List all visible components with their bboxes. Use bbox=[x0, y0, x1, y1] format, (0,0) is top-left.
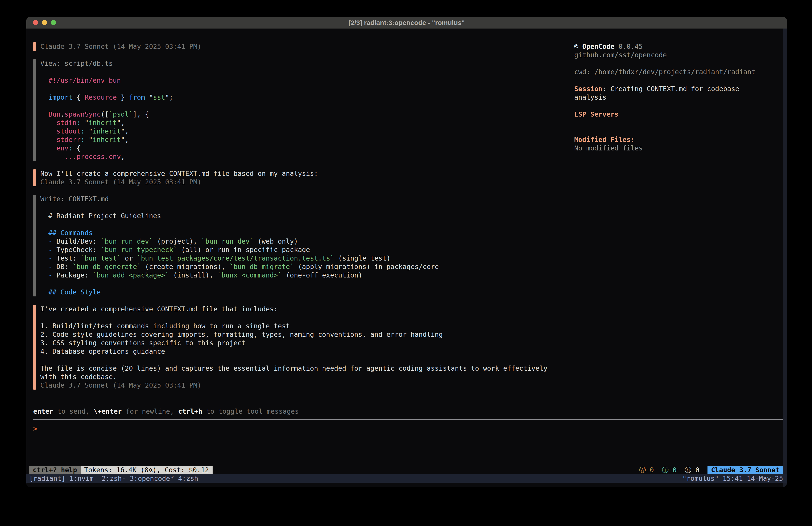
text-segment bbox=[40, 263, 48, 271]
assistant-summary-block: I've created a comprehensive CONTEXT.md … bbox=[33, 305, 548, 389]
text-segment: Package: bbox=[52, 271, 93, 279]
text-line: Session: Creating CONTEXT.md for codebas… bbox=[574, 85, 775, 93]
modified-files-label: Modified Files: bbox=[574, 136, 635, 144]
text-segment: `bun run dev` bbox=[201, 237, 254, 245]
text-segment: I've created a comprehensive CONTEXT.md … bbox=[40, 305, 278, 313]
text-line: No modified files bbox=[574, 144, 775, 153]
text-segment bbox=[40, 136, 56, 144]
text-line bbox=[574, 118, 775, 127]
text-segment bbox=[40, 254, 48, 262]
text-segment: env bbox=[56, 144, 69, 152]
text-segment: to send, bbox=[53, 408, 93, 415]
text-segment bbox=[677, 466, 685, 474]
text-line bbox=[40, 313, 548, 322]
text-segment: #!/usr/bin/env bun bbox=[48, 76, 121, 84]
model-badge: Claude 3.7 Sonnet bbox=[708, 466, 783, 474]
text-segment: : bbox=[77, 119, 81, 127]
text-line: Write: CONTEXT.md bbox=[40, 195, 439, 203]
text-segment: inherit bbox=[93, 127, 121, 135]
text-line: 4. Database operations guidance bbox=[40, 347, 548, 356]
window-title: [2/3] radiant:3:opencode - "romulus" bbox=[348, 19, 465, 27]
zoom-button[interactable] bbox=[51, 20, 56, 25]
text-segment: Build/Dev: bbox=[52, 237, 101, 245]
text-line bbox=[40, 203, 439, 212]
copyright-icon: © bbox=[574, 43, 582, 51]
input-help-line: enter to send, \+enter for newline, ctrl… bbox=[33, 407, 299, 416]
text-segment: (create migrations), bbox=[141, 263, 230, 271]
block-content: Now I'll create a comprehensive CONTEXT.… bbox=[40, 169, 318, 186]
text-segment: DB: bbox=[52, 263, 72, 271]
enter-key-hint: enter bbox=[33, 408, 53, 415]
text-segment bbox=[40, 271, 48, 279]
text-segment: `psql` bbox=[109, 110, 133, 118]
text-line: 2. Code style guidelines covering import… bbox=[40, 330, 548, 339]
text-line: © OpenCode 0.0.45 bbox=[574, 42, 775, 51]
info-count: 0 bbox=[668, 466, 677, 474]
assistant-accent-bar bbox=[33, 305, 36, 389]
text-segment: with this codebase. bbox=[40, 373, 117, 381]
text-line bbox=[574, 127, 775, 136]
text-line: Modified Files: bbox=[574, 136, 775, 144]
text-line bbox=[40, 68, 173, 76]
text-line: View: script/db.ts bbox=[40, 59, 173, 68]
block-content: View: script/db.ts #!/usr/bin/env bun im… bbox=[40, 59, 173, 161]
tool-title: View: script/db.ts bbox=[40, 59, 113, 67]
session-label: Session bbox=[574, 85, 602, 93]
text-segment: stderr bbox=[56, 136, 81, 144]
text-line: Claude 3.7 Sonnet (14 May 2025 03:41 PM) bbox=[40, 178, 318, 186]
prompt-symbol: > bbox=[33, 425, 37, 432]
model-timestamp: Claude 3.7 Sonnet (14 May 2025 03:41 PM) bbox=[40, 178, 201, 186]
text-segment: `bun run typecheck` bbox=[101, 246, 177, 254]
text-segment: : bbox=[81, 127, 85, 135]
text-line: ## Commands bbox=[40, 229, 439, 237]
status-bar: ctrl+? helpTokens: 16.4K (8%), Cost: $0.… bbox=[29, 466, 783, 474]
text-segment: `bun add <package>` bbox=[93, 271, 169, 279]
right-gutter bbox=[783, 29, 787, 487]
text-segment: : bbox=[81, 136, 85, 144]
text-segment: (project), bbox=[153, 237, 201, 245]
message-input[interactable]: > bbox=[33, 425, 783, 465]
assistant-header-block: Claude 3.7 Sonnet (14 May 2025 03:41 PM) bbox=[33, 42, 548, 51]
window-titlebar[interactable]: [2/3] radiant:3:opencode - "romulus" bbox=[26, 17, 787, 29]
lsp-servers-label: LSP Servers bbox=[574, 110, 619, 118]
text-segment: (all) or run in specific package bbox=[177, 246, 310, 254]
assistant-message-block: Now I'll create a comprehensive CONTEXT.… bbox=[33, 169, 548, 186]
text-line bbox=[40, 85, 173, 93]
text-segment: for newline, bbox=[122, 408, 178, 415]
text-segment: Resource bbox=[85, 94, 117, 101]
status-right: ⓦ 0 ⓘ 0 ⓗ 0 Claude 3.7 Sonnet bbox=[639, 466, 783, 474]
assistant-accent-bar bbox=[33, 169, 36, 186]
text-line: ## Code Style bbox=[40, 288, 439, 296]
text-segment bbox=[654, 466, 662, 474]
text-line: analysis bbox=[574, 93, 775, 102]
modified-files-empty: No modified files bbox=[574, 144, 643, 152]
close-button[interactable] bbox=[33, 20, 38, 25]
minimize-button[interactable] bbox=[42, 20, 47, 25]
text-segment: or bbox=[121, 254, 137, 262]
traffic-lights bbox=[33, 17, 56, 29]
text-segment: (web only) bbox=[253, 237, 298, 245]
text-segment: (apply migrations) in packages/core bbox=[294, 263, 439, 271]
text-segment: ## Commands bbox=[48, 229, 93, 237]
input-separator bbox=[33, 419, 783, 420]
text-segment: spawnSync bbox=[64, 110, 101, 118]
text-segment: ", bbox=[121, 136, 129, 144]
text-segment: `bun test` bbox=[81, 254, 121, 262]
text-segment: , bbox=[121, 153, 125, 160]
text-line: cwd: /home/thdxr/dev/projects/radiant/ra… bbox=[574, 68, 775, 76]
text-segment: `bun test packages/core/test/transaction… bbox=[137, 254, 334, 262]
cwd-path: cwd: /home/thdxr/dev/projects/radiant/ra… bbox=[574, 68, 755, 76]
text-line: Now I'll create a comprehensive CONTEXT.… bbox=[40, 169, 318, 178]
text-segment: } bbox=[117, 94, 129, 101]
text-segment: 1. Build/lint/test commands including ho… bbox=[40, 322, 290, 330]
text-segment: - bbox=[48, 237, 52, 245]
tmux-window-list[interactable]: [radiant] 1:nvim 2:zsh- 3:opencode* 4:zs… bbox=[29, 474, 198, 483]
text-line bbox=[574, 59, 775, 68]
text-segment: "; bbox=[165, 94, 173, 101]
text-segment: inherit bbox=[89, 119, 117, 127]
text-segment: 3. CSS styling conventions specific to t… bbox=[40, 339, 246, 347]
text-line: - Package: `bun add <package>` (install)… bbox=[40, 271, 439, 280]
text-segment bbox=[40, 127, 56, 135]
text-segment: # Radiant Project Guidelines bbox=[40, 212, 161, 220]
text-segment: `bun db migrate` bbox=[230, 263, 294, 271]
